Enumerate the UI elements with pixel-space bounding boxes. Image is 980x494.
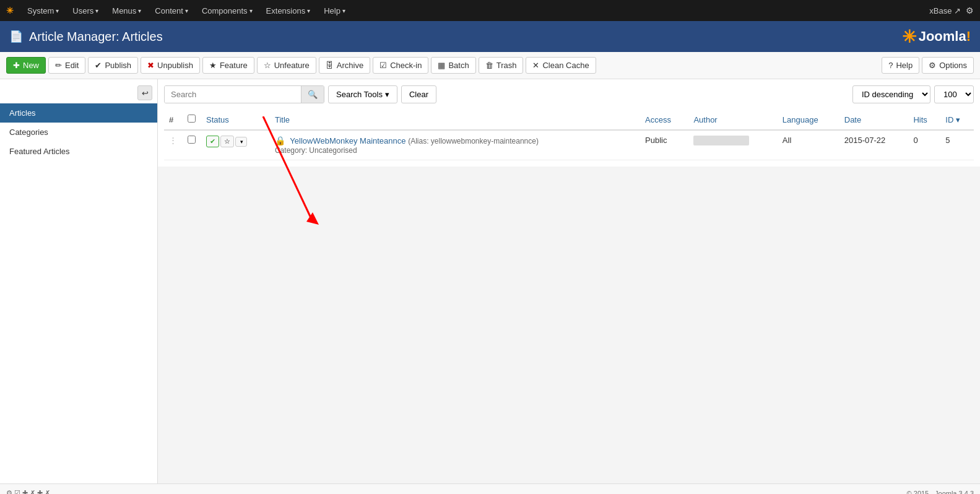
unpublish-button[interactable]: ✖ Unpublish (141, 57, 200, 74)
nav-menu-system[interactable]: System▾ (21, 0, 65, 21)
row-author-cell (688, 130, 777, 160)
col-author[interactable]: Author (688, 110, 777, 130)
sidebar-toggle-button[interactable]: ↩ (137, 85, 152, 100)
lock-icon: 🔒 (275, 136, 285, 145)
sidebar-toggle-area: ↩ (0, 82, 157, 103)
checkin-button[interactable]: ☑ Check-in (373, 57, 428, 74)
star-icon: ★ (209, 61, 217, 70)
row-checkbox-cell (183, 130, 201, 160)
feature-status-button[interactable]: ☆ (220, 136, 234, 147)
drag-handle-icon[interactable]: ⋮ (169, 136, 177, 145)
row-language-cell: All (778, 130, 839, 160)
col-checkbox (183, 110, 201, 130)
row-access-cell: Public (640, 130, 688, 160)
row-id-cell: 5 (940, 130, 974, 160)
help-button[interactable]: ? Help (882, 57, 919, 74)
xbase-link[interactable]: xBase ↗ (929, 6, 961, 15)
col-order[interactable]: # (164, 110, 183, 130)
nav-menu-users[interactable]: Users▾ (66, 0, 105, 21)
top-navigation: ✳ System▾ Users▾ Menus▾ Content▾ Compone… (0, 0, 980, 21)
system-arrow: ▾ (56, 7, 59, 14)
row-date-cell: 2015-07-22 (839, 130, 909, 160)
archive-button[interactable]: 🗄 Archive (319, 57, 370, 74)
search-input[interactable] (165, 86, 301, 103)
sidebar: ↩ Articles Categories Featured Articles (0, 79, 158, 483)
joomla-logo: ✳ Joomla! (902, 27, 971, 47)
content-arrow: ▾ (185, 7, 188, 14)
nav-menu-help[interactable]: Help▾ (318, 0, 352, 21)
top-nav-right: xBase ↗ ⚙ (929, 6, 974, 15)
trash-icon: 🗑 (485, 61, 493, 70)
search-bar: 🔍 Search Tools ▾ Clear ID descending 100 (164, 85, 974, 103)
row-order-handle: ⋮ (164, 130, 183, 160)
main-content: ↩ Articles Categories Featured Articles … (0, 79, 980, 483)
row-title-cell: 🔒 YellowWebMonkey Mainteannce (Alias: ye… (270, 130, 640, 160)
publish-button[interactable]: ✔ Publish (88, 57, 138, 74)
edit-button[interactable]: ✏ Edit (48, 57, 85, 74)
col-date[interactable]: Date (839, 110, 909, 130)
unpublish-icon: ✖ (147, 61, 154, 70)
clear-button[interactable]: Clear (401, 85, 436, 103)
help-arrow: ▾ (342, 7, 345, 14)
plus-icon: ✚ (13, 61, 20, 70)
archive-icon: 🗄 (326, 61, 334, 70)
articles-table: # Status Title Access Author Language Da… (164, 110, 974, 160)
footer: ⚙ ☑ ✚ ✗ ✚ ✗ © 2015 - Joomla 3.4.3 (0, 483, 980, 494)
nav-menu-content[interactable]: Content▾ (149, 0, 194, 21)
row-status-cell: ✔ ☆ ▾ (201, 130, 270, 160)
toolbar: ✚ New ✏ Edit ✔ Publish ✖ Unpublish ★ Fea… (0, 52, 980, 79)
unfeature-button[interactable]: ☆ Unfeature (257, 57, 316, 74)
select-all-checkbox[interactable] (188, 115, 196, 123)
id-sort-arrow: ▾ (956, 115, 960, 124)
new-button[interactable]: ✚ New (6, 57, 46, 74)
search-tools-arrow: ▾ (385, 90, 389, 99)
checkmark-icon: ✔ (95, 61, 102, 70)
author-placeholder-bar (693, 136, 749, 145)
article-category: Category: Uncategorised (275, 146, 357, 155)
svg-marker-1 (306, 212, 319, 225)
search-tools-button[interactable]: Search Tools ▾ (328, 85, 397, 103)
row-checkbox[interactable] (188, 136, 196, 144)
sort-select[interactable]: ID descending (852, 85, 930, 103)
page-title: 📄 Article Manager: Articles (9, 30, 163, 44)
checkin-icon: ☑ (379, 61, 387, 70)
sidebar-item-categories[interactable]: Categories (0, 123, 157, 142)
search-submit-button[interactable]: 🔍 (301, 86, 324, 103)
edit-icon: ✏ (55, 61, 62, 70)
sidebar-item-featured[interactable]: Featured Articles (0, 142, 157, 161)
help-icon: ? (888, 61, 893, 70)
col-id[interactable]: ID ▾ (940, 110, 974, 130)
feature-button[interactable]: ★ Feature (202, 57, 254, 74)
settings-gear-icon[interactable]: ⚙ (966, 6, 974, 15)
joomla-logo-text: Joomla! (919, 28, 971, 45)
content-area: 🔍 Search Tools ▾ Clear ID descending 100 (158, 79, 980, 167)
col-hits[interactable]: Hits (908, 110, 940, 130)
options-gear-icon: ⚙ (929, 61, 936, 70)
article-title-link[interactable]: YellowWebMonkey Mainteannce (290, 136, 408, 145)
status-dropdown-arrow: ▾ (240, 139, 243, 145)
col-language[interactable]: Language (778, 110, 839, 130)
status-buttons: ✔ ☆ ▾ (206, 136, 265, 147)
batch-button[interactable]: ▦ Batch (431, 57, 475, 74)
components-arrow: ▾ (249, 7, 253, 14)
trash-button[interactable]: 🗑 Trash (479, 57, 524, 74)
nav-menu-menus[interactable]: Menus▾ (106, 0, 147, 21)
col-access[interactable]: Access (640, 110, 688, 130)
status-dropdown-button[interactable]: ▾ (235, 137, 247, 147)
footer-icons: ⚙ ☑ ✚ ✗ ✚ ✗ (6, 489, 50, 494)
nav-menu-extensions[interactable]: Extensions▾ (260, 0, 317, 21)
nav-menu-components[interactable]: Components▾ (196, 0, 259, 21)
clean-cache-button[interactable]: ✕ Clean Cache (526, 57, 596, 74)
unfeature-star-icon: ☆ (264, 61, 271, 70)
menus-arrow: ▾ (138, 7, 141, 14)
limit-select[interactable]: 100 (934, 85, 974, 103)
joomla-brand-icon[interactable]: ✳ (6, 6, 14, 15)
header-bar: 📄 Article Manager: Articles ✳ Joomla! (0, 21, 980, 52)
publish-status-button[interactable]: ✔ (206, 136, 219, 147)
article-alias: (Alias: yellowwebmonkey-mainteannce) (408, 137, 539, 145)
col-title[interactable]: Title (270, 110, 640, 130)
sidebar-item-articles[interactable]: Articles (0, 103, 157, 123)
article-manager-icon: 📄 (9, 30, 23, 43)
col-status[interactable]: Status (201, 110, 270, 130)
options-button[interactable]: ⚙ Options (922, 57, 974, 74)
